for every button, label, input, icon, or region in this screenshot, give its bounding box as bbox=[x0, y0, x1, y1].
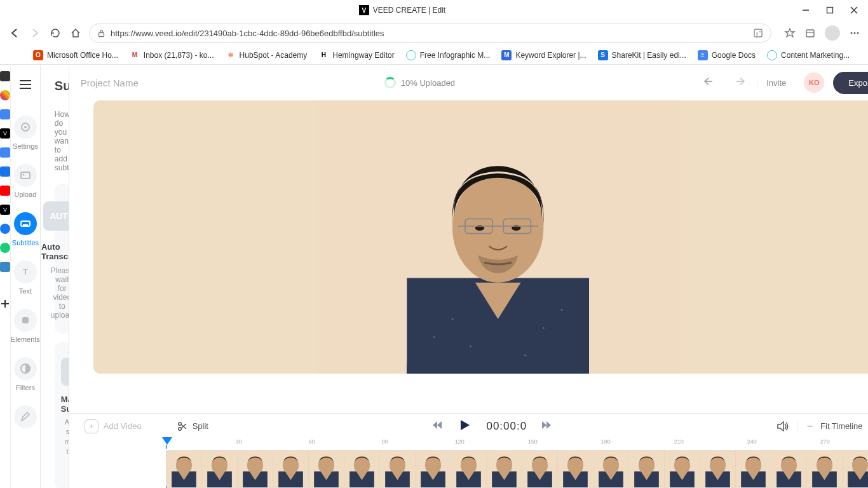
manual-subtitles-card[interactable]: SUB| Manual Subtitles Add your subtitles… bbox=[55, 342, 69, 488]
bookmark-item[interactable]: ✻HubSpot - Academy bbox=[226, 50, 308, 60]
sidebar-shortcut[interactable] bbox=[0, 71, 10, 81]
more-icon[interactable] bbox=[849, 27, 860, 39]
video-preview[interactable] bbox=[93, 100, 868, 374]
svg-point-29 bbox=[470, 346, 471, 348]
collections-icon[interactable] bbox=[804, 27, 816, 39]
timecode: 00:00:0 bbox=[486, 420, 527, 433]
canvas-header: Project Name 10% Uploaded Invite KO Expo… bbox=[69, 65, 868, 100]
bookmark-item[interactable]: MKeyword Explorer |... bbox=[501, 50, 586, 60]
favorite-icon[interactable] bbox=[784, 27, 796, 39]
profile-icon[interactable] bbox=[825, 25, 840, 41]
zoom-out-button[interactable]: − bbox=[807, 421, 813, 432]
svg-rect-7 bbox=[806, 30, 814, 37]
split-button[interactable]: Split bbox=[177, 421, 208, 431]
play-button[interactable] bbox=[457, 417, 472, 435]
forward-button[interactable] bbox=[28, 26, 42, 40]
redo-button[interactable] bbox=[729, 74, 748, 92]
volume-icon[interactable] bbox=[776, 421, 789, 432]
timeline-thumbnail bbox=[736, 451, 771, 487]
fastforward-button[interactable] bbox=[541, 419, 552, 433]
tool-filters[interactable]: Filters bbox=[14, 357, 37, 391]
timeline-thumbnail bbox=[700, 451, 736, 487]
undo-button[interactable] bbox=[701, 74, 720, 92]
spinner-icon bbox=[384, 77, 396, 88]
timeline-thumbnail bbox=[202, 451, 238, 487]
svg-point-27 bbox=[433, 336, 435, 338]
project-name-field[interactable]: Project Name bbox=[81, 78, 139, 88]
tool-elements[interactable]: Elements bbox=[11, 309, 40, 343]
bookmark-item[interactable]: MInbox (21,873) - ko... bbox=[130, 50, 214, 60]
auto-icon: AUTO bbox=[43, 201, 69, 231]
bookmark-item[interactable]: Free Infographic M... bbox=[406, 50, 491, 60]
timeline-thumbnail bbox=[487, 451, 522, 487]
tool-rail: Settings Upload Subtitles T Text Element… bbox=[11, 65, 40, 488]
rewind-button[interactable] bbox=[431, 419, 443, 433]
card-desc: Please wait for video to upload bbox=[51, 266, 69, 320]
timeline-thumbnail bbox=[451, 451, 487, 487]
timeline-thumbnail bbox=[558, 451, 593, 487]
window-minimize-button[interactable] bbox=[799, 4, 812, 17]
sidebar-shortcut[interactable]: V bbox=[0, 205, 10, 215]
add-video-button[interactable]: + Add Video bbox=[85, 419, 142, 433]
timeline-ruler[interactable]: 30 60 90 120 150 180 210 240 270 bbox=[166, 438, 868, 450]
sidebar-shortcut[interactable] bbox=[0, 224, 10, 234]
sidebar-shortcut[interactable] bbox=[0, 147, 10, 158]
bookmark-item[interactable]: HHemingway Editor bbox=[318, 50, 394, 60]
auto-transcribe-card[interactable]: AUTO Auto Transcribe Please wait for vid… bbox=[55, 184, 69, 334]
home-button[interactable] bbox=[69, 26, 83, 40]
timeline-thumbnail bbox=[273, 451, 309, 487]
sidebar-shortcut[interactable] bbox=[0, 243, 10, 253]
tool-draw[interactable] bbox=[14, 405, 37, 428]
fit-timeline-button[interactable]: Fit Timeline bbox=[820, 421, 862, 431]
url-text: https://www.veed.io/edit/231490ab-1cbc-4… bbox=[111, 29, 384, 38]
timeline-clip[interactable] bbox=[166, 450, 868, 488]
svg-text:T: T bbox=[23, 267, 28, 276]
svg-point-31 bbox=[561, 309, 563, 311]
timeline-thumbnail bbox=[238, 451, 273, 487]
bookmark-item[interactable]: Content Marketing... bbox=[767, 50, 850, 60]
address-bar[interactable]: https://www.veed.io/edit/231490ab-1cbc-4… bbox=[89, 24, 771, 43]
svg-line-41 bbox=[181, 424, 186, 429]
add-shortcut-icon[interactable] bbox=[0, 299, 10, 309]
svg-rect-4 bbox=[99, 32, 104, 36]
reader-icon[interactable] bbox=[753, 28, 763, 38]
user-avatar[interactable]: KO bbox=[804, 72, 824, 93]
canvas-area: Project Name 10% Uploaded Invite KO Expo… bbox=[69, 65, 868, 488]
sidebar-shortcut[interactable] bbox=[0, 166, 10, 177]
window-titlebar: V VEED CREATE | Edit bbox=[0, 0, 868, 20]
window-maximize-button[interactable] bbox=[824, 4, 836, 17]
timeline-thumbnail bbox=[771, 451, 807, 487]
bookmark-item[interactable]: SShareKit | Easily edi... bbox=[598, 50, 686, 60]
timeline-thumbnail bbox=[629, 451, 665, 487]
timeline-thumbnail bbox=[166, 451, 202, 487]
playhead-icon[interactable] bbox=[162, 437, 172, 446]
bookmark-item[interactable]: ≡Google Docs bbox=[698, 50, 756, 60]
sidebar-shortcut[interactable] bbox=[0, 186, 10, 196]
tool-settings[interactable]: Settings bbox=[13, 116, 38, 150]
tool-text[interactable]: T Text bbox=[14, 261, 37, 295]
sidebar-shortcut[interactable] bbox=[0, 109, 10, 119]
bookmark-item[interactable]: OMicrosoft Office Ho... bbox=[33, 50, 118, 60]
menu-button[interactable] bbox=[20, 80, 31, 89]
window-title: VEED CREATE | Edit bbox=[373, 6, 445, 15]
svg-line-42 bbox=[181, 424, 186, 428]
window-close-button[interactable] bbox=[848, 4, 860, 17]
text-icon: T bbox=[20, 266, 31, 278]
card-title: Manual Subtitles bbox=[61, 395, 69, 414]
refresh-button[interactable] bbox=[48, 26, 62, 40]
sidebar-shortcut[interactable]: V bbox=[0, 128, 10, 139]
tool-subtitles[interactable]: Subtitles bbox=[12, 212, 39, 247]
export-button[interactable]: Export bbox=[833, 72, 868, 94]
sidebar-shortcut[interactable] bbox=[0, 90, 10, 100]
svg-point-9 bbox=[851, 32, 853, 34]
timeline-thumbnail bbox=[380, 451, 416, 487]
timeline-toolbar: + Add Video Split 00:00:0 − Fit Timeline… bbox=[69, 413, 868, 438]
pencil-icon bbox=[20, 411, 31, 423]
back-button[interactable] bbox=[8, 26, 22, 40]
tool-upload[interactable]: Upload bbox=[14, 164, 37, 198]
video-frame-illustration bbox=[239, 100, 757, 374]
scissors-icon bbox=[177, 421, 187, 431]
invite-button[interactable]: Invite bbox=[757, 78, 795, 88]
bookmarks-bar: OMicrosoft Office Ho... MInbox (21,873) … bbox=[0, 46, 868, 65]
sidebar-shortcut[interactable] bbox=[0, 262, 10, 272]
